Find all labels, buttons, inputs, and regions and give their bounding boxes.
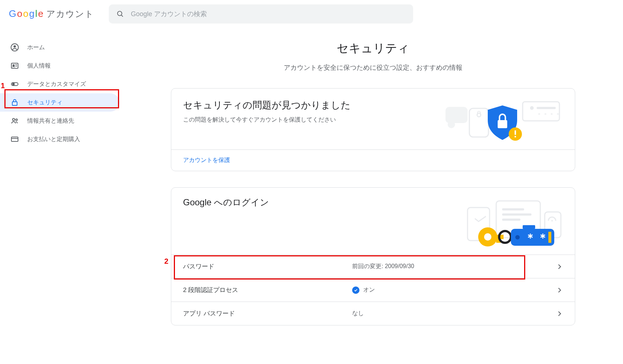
card-icon — [10, 135, 19, 144]
svg-text:＊＊＊＊＊: ＊＊＊＊＊ — [537, 112, 563, 118]
svg-point-34 — [551, 220, 553, 221]
nav-label: データとカスタマイズ — [27, 80, 86, 88]
svg-rect-31 — [502, 219, 520, 221]
google-signin-card: Google へのログイン — [171, 187, 575, 325]
svg-point-36 — [484, 233, 491, 241]
svg-point-0 — [118, 11, 122, 16]
svg-rect-25 — [515, 130, 516, 135]
chevron-right-icon — [556, 310, 563, 317]
nav-label: セキュリティ — [27, 99, 62, 107]
security-illustration: ＊＊＊＊＊ — [442, 99, 563, 143]
page-subtitle: アカウントを安全に保つために役立つ設定、おすすめの情報 — [171, 63, 575, 72]
google-account-logo[interactable]: Google アカウント — [9, 8, 94, 20]
chevron-right-icon — [556, 286, 563, 294]
nav-home[interactable]: ホーム — [0, 38, 119, 57]
lock-icon — [10, 98, 19, 107]
row-label: アプリ パスワード — [183, 309, 352, 318]
check-circle-icon — [352, 286, 359, 294]
svg-point-12 — [16, 119, 18, 121]
row-2step-verification[interactable]: 2 段階認証プロセス オン — [171, 278, 575, 302]
row-label: パスワード — [183, 262, 352, 271]
row-password[interactable]: パスワード 前回の変更: 2009/09/30 — [171, 255, 575, 278]
page-title: セキュリティ — [171, 40, 575, 57]
nav-label: お支払いと定期購入 — [27, 136, 80, 143]
svg-rect-15 — [523, 102, 559, 121]
svg-point-22 — [448, 121, 455, 128]
svg-rect-41 — [548, 232, 551, 243]
svg-rect-13 — [11, 137, 18, 141]
svg-rect-17 — [537, 107, 556, 109]
svg-rect-30 — [502, 213, 531, 216]
card-title: Google へのログイン — [183, 197, 445, 252]
protect-account-link[interactable]: アカウントを保護 — [183, 156, 230, 164]
row-app-passwords[interactable]: アプリ パスワード なし — [171, 302, 575, 325]
svg-rect-29 — [502, 208, 524, 210]
people-icon — [10, 116, 19, 125]
svg-rect-10 — [12, 102, 17, 105]
row-value: なし — [352, 310, 556, 317]
svg-text:＊＊: ＊＊ — [525, 231, 550, 244]
nav-label: ホーム — [27, 44, 45, 51]
svg-rect-21 — [445, 107, 468, 123]
svg-point-5 — [13, 65, 14, 66]
svg-rect-26 — [515, 136, 516, 137]
nav-sharing[interactable]: 情報共有と連絡先 — [0, 112, 119, 130]
id-card-icon — [10, 61, 19, 70]
svg-rect-4 — [11, 63, 18, 68]
row-value: オン — [363, 286, 375, 294]
nav-security[interactable]: セキュリティ — [0, 93, 119, 112]
person-circle-icon — [10, 43, 19, 52]
nav-label: 情報共有と連絡先 — [27, 117, 74, 125]
product-label: アカウント — [46, 8, 94, 20]
row-value: 前回の変更: 2009/09/30 — [352, 263, 556, 270]
top-bar: Google アカウント — [0, 0, 623, 28]
svg-rect-23 — [498, 120, 507, 128]
svg-rect-32 — [523, 225, 535, 229]
signin-illustration: ＊＊ — [453, 197, 563, 252]
svg-point-9 — [12, 83, 14, 85]
svg-rect-16 — [530, 106, 534, 110]
nav-label: 個人情報 — [27, 62, 51, 70]
search-input[interactable] — [131, 10, 406, 18]
svg-point-3 — [14, 45, 16, 47]
main-content: セキュリティ アカウントを安全に保つために役立つ設定、おすすめの情報 セキュリテ… — [119, 28, 623, 340]
security-issue-card: セキュリティの問題が見つかりました この問題を解決して今すぐアカウントを保護して… — [171, 88, 575, 171]
search-icon — [116, 10, 124, 18]
svg-point-11 — [12, 119, 15, 121]
card-title: セキュリティの問題が見つかりました — [183, 99, 434, 112]
nav-payments[interactable]: お支払いと定期購入 — [0, 130, 119, 148]
chevron-right-icon — [556, 263, 563, 270]
annotation-number-2: 2 — [164, 257, 168, 266]
sidebar: ホーム 個人情報 データとカスタマイズ セキュリティ 情報共有と連絡先 お支払い… — [0, 28, 119, 340]
card-desc: この問題を解決して今すぐアカウントを保護してください — [183, 116, 434, 124]
toggle-icon — [10, 80, 19, 89]
svg-point-39 — [515, 235, 520, 239]
nav-personal-info[interactable]: 個人情報 — [0, 57, 119, 75]
nav-data-customize[interactable]: データとカスタマイズ — [0, 75, 119, 93]
search-box[interactable] — [109, 4, 413, 24]
annotation-number-1: 1 — [1, 82, 5, 90]
row-label: 2 段階認証プロセス — [183, 286, 352, 294]
svg-line-1 — [121, 15, 123, 17]
